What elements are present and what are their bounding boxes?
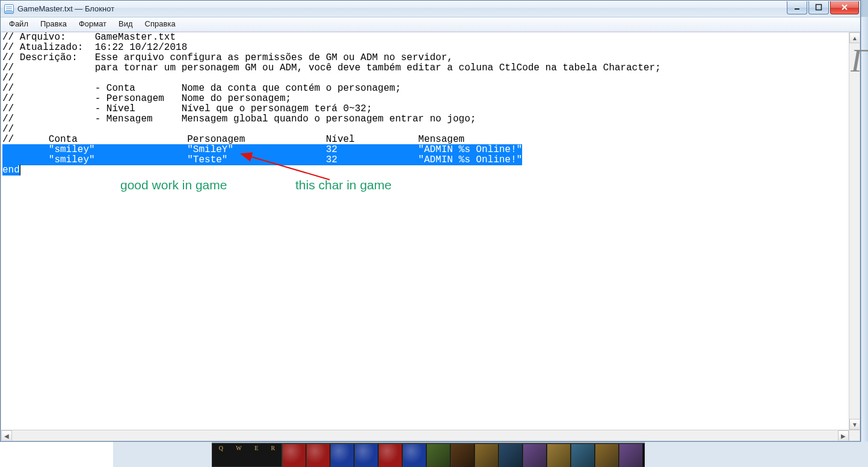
hotbar-slot-skill[interactable] <box>426 444 451 467</box>
hotbar-slot-skill[interactable] <box>523 444 547 467</box>
hotbar-slot-skill[interactable] <box>475 444 499 467</box>
game-hotbar: Q W E R <box>212 443 645 467</box>
window-title: GameMaster.txt — Блокнот <box>17 4 114 13</box>
close-button[interactable] <box>830 1 859 14</box>
hotbar-slot-skill[interactable] <box>451 444 475 467</box>
hotbar-slot-potion-red[interactable] <box>282 444 306 467</box>
hotbar-slot-gem-blue[interactable] <box>402 444 426 467</box>
desktop-bottom-gap <box>113 442 212 467</box>
minimize-button[interactable] <box>787 1 807 14</box>
text-editor[interactable]: // Arquivo: GameMaster.txt // Atualizado… <box>1 32 849 430</box>
hotbar-key-labels: Q W E R <box>212 444 282 466</box>
maximize-button[interactable] <box>808 1 829 14</box>
hotbar-slot-gem-red[interactable] <box>378 444 402 467</box>
vertical-scrollbar[interactable]: ▲ ▼ <box>849 32 860 430</box>
hotbar-slot-potion-blue[interactable] <box>330 444 354 467</box>
scroll-down-icon[interactable]: ▼ <box>849 419 860 430</box>
desktop-bottom-left <box>0 442 113 467</box>
hotbar-slot-potion-blue[interactable] <box>354 444 378 467</box>
hotbar-slot-skill[interactable] <box>547 444 571 467</box>
svg-rect-0 <box>816 5 822 10</box>
scroll-corner <box>849 430 860 441</box>
hotbar-slot-skill[interactable] <box>571 444 595 467</box>
scroll-right-icon[interactable]: ▶ <box>838 430 849 441</box>
notepad-window: GameMaster.txt — Блокнот Файл Правка Фор… <box>0 0 861 442</box>
key-e: E <box>254 445 258 451</box>
menu-view[interactable]: Вид <box>112 17 139 31</box>
menu-file[interactable]: Файл <box>3 17 34 31</box>
desktop-right-edge <box>861 17 868 467</box>
key-w: W <box>236 445 241 451</box>
notepad-icon <box>4 4 14 14</box>
menu-help[interactable]: Справка <box>139 17 182 31</box>
hotbar-slot-skill[interactable] <box>499 444 523 467</box>
horizontal-scrollbar[interactable]: ◀ ▶ <box>1 430 849 441</box>
menu-edit[interactable]: Правка <box>34 17 73 31</box>
hotbar-slot-skill[interactable] <box>619 444 643 467</box>
title-bar[interactable]: GameMaster.txt — Блокнот <box>1 1 860 17</box>
background-glyph: Г <box>851 42 868 79</box>
editor-container: // Arquivo: GameMaster.txt // Atualizado… <box>1 32 860 441</box>
desktop-bottom-right <box>645 442 868 467</box>
key-r: R <box>271 445 275 451</box>
scroll-left-icon[interactable]: ◀ <box>1 430 12 441</box>
hotbar-slot-skill[interactable] <box>595 444 619 467</box>
menu-format[interactable]: Формат <box>73 17 112 31</box>
menu-bar: Файл Правка Формат Вид Справка <box>1 17 860 32</box>
hotbar-slot-potion-red[interactable] <box>306 444 330 467</box>
window-controls <box>786 1 859 14</box>
key-q: Q <box>219 445 223 451</box>
hotbar-slots <box>282 444 643 466</box>
